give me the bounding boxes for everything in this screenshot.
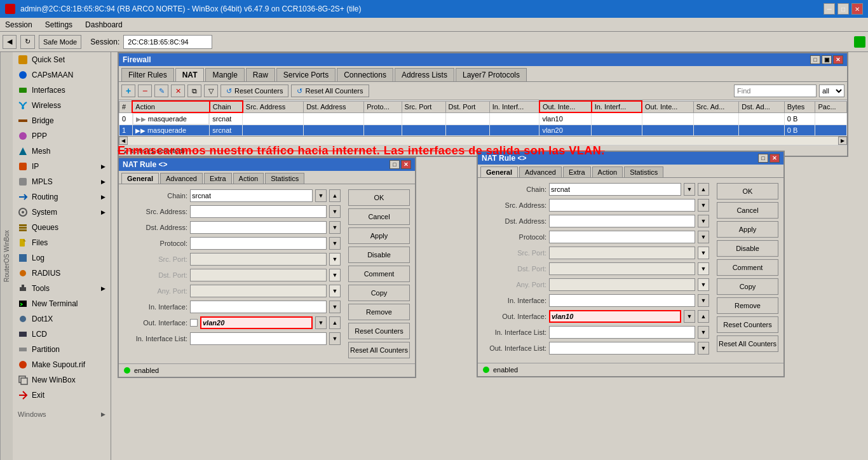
copy-button-center[interactable]: Copy xyxy=(348,285,410,301)
filter-button[interactable]: ▽ xyxy=(204,85,218,97)
inifacelist-arrow-r[interactable]: ▼ xyxy=(698,326,709,339)
search-select[interactable]: all xyxy=(819,85,844,97)
cancel-button-center[interactable]: Cancel xyxy=(348,208,410,225)
sidebar-item-dot1x[interactable]: Dot1X xyxy=(13,311,111,327)
refresh-button[interactable]: ↻ xyxy=(20,35,35,49)
sidebar-item-capsman[interactable]: CAPsMAAN xyxy=(13,67,111,83)
anyport-input-r[interactable] xyxy=(549,278,695,291)
proto-input-r[interactable] xyxy=(549,231,695,243)
apply-button-right[interactable]: Apply xyxy=(717,221,778,238)
sidebar-item-partition[interactable]: Partition xyxy=(13,342,111,357)
chain-arrow[interactable]: ▼ xyxy=(315,189,327,202)
chain-up[interactable]: ▲ xyxy=(329,189,341,202)
chain-arrow-r[interactable]: ▼ xyxy=(684,183,695,196)
inifacelist-arrow[interactable]: ▼ xyxy=(329,332,341,345)
reset-all-counters-center[interactable]: Reset All Counters xyxy=(348,342,410,358)
nat-right-minimize[interactable]: □ xyxy=(758,154,768,163)
tab-statistics-left[interactable]: Statistics xyxy=(265,173,304,184)
iniface-arrow-r[interactable]: ▼ xyxy=(698,294,709,307)
sidebar-item-log[interactable]: Log xyxy=(13,250,111,266)
outiface-up-r[interactable]: ▲ xyxy=(698,310,709,323)
srcport-input[interactable] xyxy=(190,253,327,266)
maximize-button[interactable]: □ xyxy=(837,3,849,15)
menu-dashboard[interactable]: Dashboard xyxy=(83,19,125,30)
sidebar-item-mesh[interactable]: Mesh xyxy=(13,144,111,159)
delete-button[interactable]: ✕ xyxy=(171,85,185,97)
tab-extra-right[interactable]: Extra xyxy=(563,166,591,177)
dst-arrow-r[interactable]: ▼ xyxy=(698,215,709,227)
firewall-close[interactable]: ✕ xyxy=(833,55,843,64)
reset-counters-button[interactable]: ↺ Reset Counters xyxy=(220,85,288,97)
tab-action-right[interactable]: Action xyxy=(592,166,623,177)
disable-button-center[interactable]: Disable xyxy=(348,247,410,263)
dst-input-r[interactable] xyxy=(549,215,695,227)
firewall-maximize[interactable]: ▣ xyxy=(822,55,832,64)
sidebar-item-queues[interactable]: Queues xyxy=(13,220,111,235)
sidebar-item-routing[interactable]: Routing ▶ xyxy=(13,189,111,205)
sidebar-item-newterminal[interactable]: New Terminal xyxy=(13,296,111,311)
search-input[interactable] xyxy=(734,85,817,97)
tab-mangle[interactable]: Mangle xyxy=(205,68,244,81)
remove-button-center[interactable]: Remove xyxy=(348,304,410,320)
chain-up-r[interactable]: ▲ xyxy=(698,183,709,196)
menu-session[interactable]: Session xyxy=(3,19,35,30)
copy-button-right[interactable]: Copy xyxy=(717,278,778,295)
sidebar-item-tools[interactable]: Tools ▶ xyxy=(13,281,111,296)
iniface-input[interactable] xyxy=(190,301,327,313)
sidebar-item-mpls[interactable]: MPLS ▶ xyxy=(13,174,111,189)
tab-advanced-right[interactable]: Advanced xyxy=(519,166,562,177)
src-input-r[interactable] xyxy=(549,199,695,212)
reset-counters-center[interactable]: Reset Counters xyxy=(348,323,410,339)
ok-button-right[interactable]: OK xyxy=(717,183,778,200)
ok-button-center[interactable]: OK xyxy=(348,189,410,206)
src-input[interactable] xyxy=(190,205,327,218)
table-row[interactable]: 0 ▶▶ masquerade srcnat vlan10 xyxy=(119,112,847,125)
tab-general-right[interactable]: General xyxy=(480,166,518,177)
outiface-up[interactable]: ▲ xyxy=(329,316,341,329)
proto-arrow[interactable]: ▼ xyxy=(329,237,341,250)
chain-input[interactable] xyxy=(190,189,313,202)
copy-button[interactable]: ⧉ xyxy=(187,85,201,97)
tab-address-lists[interactable]: Address Lists xyxy=(395,68,454,81)
tab-extra-left[interactable]: Extra xyxy=(204,173,232,184)
disable-button-right[interactable]: Disable xyxy=(717,240,778,257)
outiface-input-r[interactable] xyxy=(549,310,681,323)
reset-all-counters-button[interactable]: ↺ Reset All Counters xyxy=(291,85,369,97)
sidebar-item-system[interactable]: System ▶ xyxy=(13,205,111,220)
src-arrow-r[interactable]: ▼ xyxy=(698,199,709,212)
remove-button[interactable]: − xyxy=(138,85,152,97)
anyport-input[interactable] xyxy=(190,285,327,297)
comment-button-center[interactable]: Comment xyxy=(348,266,410,282)
table-row[interactable]: 1 ▶▶ masquerade srcnat vlan20 xyxy=(119,125,847,136)
sidebar-item-bridge[interactable]: Bridge xyxy=(13,113,111,128)
inifacelist-input[interactable] xyxy=(190,332,327,345)
minimize-button[interactable]: ─ xyxy=(824,3,835,15)
dstport-input[interactable] xyxy=(190,269,327,281)
session-value[interactable]: 2C:C8:1B:65:8C:94 xyxy=(123,35,212,49)
tab-raw[interactable]: Raw xyxy=(246,68,275,81)
tab-general-left[interactable]: General xyxy=(121,173,159,184)
dstport-input-r[interactable] xyxy=(549,262,695,275)
reset-all-counters-right[interactable]: Reset All Counters xyxy=(717,335,778,352)
comment-button-right[interactable]: Comment xyxy=(717,259,778,276)
safe-mode-button[interactable]: Safe Mode xyxy=(39,35,81,49)
firewall-minimize[interactable]: □ xyxy=(810,55,820,64)
sidebar-item-files[interactable]: Files xyxy=(13,235,111,250)
proto-arrow-r[interactable]: ▼ xyxy=(698,231,709,243)
sidebar-item-lcd[interactable]: LCD xyxy=(13,327,111,342)
inifacelist-input-r[interactable] xyxy=(549,326,695,339)
outiface-arrow[interactable]: ▼ xyxy=(315,316,327,329)
tab-nat[interactable]: NAT xyxy=(175,68,205,81)
outiface-input[interactable] xyxy=(200,316,313,329)
sidebar-item-wireless[interactable]: Wireless xyxy=(13,98,111,113)
sidebar-item-ip[interactable]: IP ▶ xyxy=(13,159,111,174)
tab-service-ports[interactable]: Service Ports xyxy=(276,68,336,81)
outifacelist-input-r[interactable] xyxy=(549,342,695,355)
remove-button-right[interactable]: Remove xyxy=(717,297,778,314)
tab-action-left[interactable]: Action xyxy=(233,173,264,184)
dst-input[interactable] xyxy=(190,221,327,234)
nat-right-close[interactable]: ✕ xyxy=(770,154,780,163)
sidebar-item-quickset[interactable]: Quick Set xyxy=(13,52,111,67)
cancel-button-right[interactable]: Cancel xyxy=(717,202,778,219)
edit-button[interactable]: ✎ xyxy=(154,85,168,97)
